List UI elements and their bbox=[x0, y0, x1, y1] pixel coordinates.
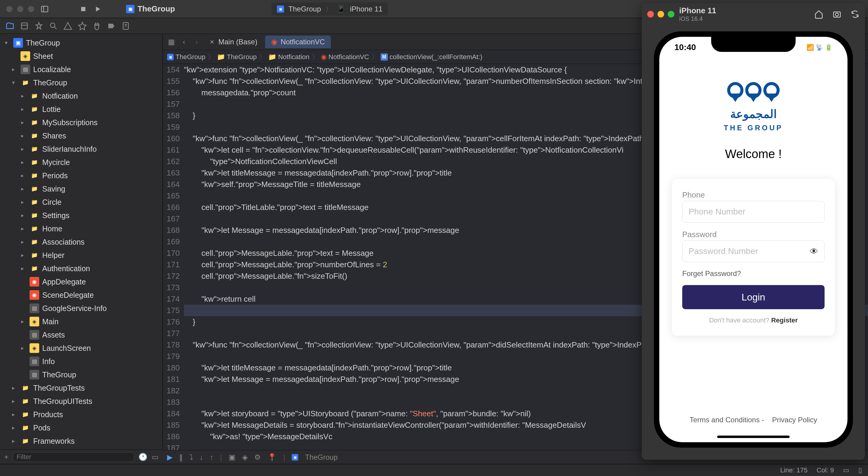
disclosure-icon[interactable]: ▸ bbox=[21, 318, 27, 325]
disclosure-icon[interactable]: ▸ bbox=[21, 212, 27, 219]
register-link[interactable]: Register bbox=[771, 317, 798, 324]
issue-navigator-icon[interactable] bbox=[63, 22, 72, 30]
project-navigator[interactable]: ▾ ▣ TheGroup ◈Sheet▸▤Localizable▾📁TheGro… bbox=[0, 34, 163, 464]
sidebar-toggle-icon[interactable] bbox=[40, 5, 49, 13]
disclosure-icon[interactable]: ▾ bbox=[5, 39, 10, 46]
disclosure-icon[interactable]: ▸ bbox=[12, 398, 18, 405]
disclosure-icon[interactable]: ▸ bbox=[21, 199, 27, 205]
disclosure-icon[interactable]: ▸ bbox=[21, 185, 27, 192]
sim-minimize-button[interactable] bbox=[657, 11, 664, 18]
disclosure-icon[interactable]: ▸ bbox=[21, 93, 27, 99]
password-input[interactable]: Password Number 👁 bbox=[682, 240, 825, 262]
tree-item[interactable]: ▸📁Settings bbox=[0, 209, 162, 222]
tree-item[interactable]: ▸◈LaunchScreen bbox=[0, 341, 162, 355]
tab-notficationvc[interactable]: ◉ NotficationVC bbox=[265, 36, 331, 48]
disclosure-icon[interactable]: ▸ bbox=[21, 265, 27, 272]
tree-item[interactable]: ▸📁Helper bbox=[0, 248, 162, 262]
crumb-folder2[interactable]: 📁 Notfication bbox=[268, 53, 309, 61]
disclosure-icon[interactable]: ▸ bbox=[21, 119, 27, 126]
disclosure-icon[interactable]: ▸ bbox=[12, 411, 18, 418]
tree-item[interactable]: ◈Sheet bbox=[0, 50, 162, 63]
disclosure-icon[interactable]: ▸ bbox=[21, 172, 27, 179]
step-into-icon[interactable]: ↓ bbox=[200, 453, 203, 462]
close-window-button[interactable] bbox=[6, 6, 13, 12]
disclosure-icon[interactable]: ▸ bbox=[12, 438, 18, 444]
scheme-selector[interactable]: ▣ TheGroup bbox=[126, 4, 175, 13]
login-button[interactable]: Login bbox=[682, 285, 825, 309]
privacy-link[interactable]: Privacy Policy bbox=[772, 416, 817, 424]
minimize-window-button[interactable] bbox=[17, 6, 24, 12]
test-navigator-icon[interactable] bbox=[78, 22, 87, 30]
tree-item[interactable]: ▸📁MySubscriptions bbox=[0, 116, 162, 129]
close-icon[interactable]: × bbox=[210, 38, 214, 46]
tree-item[interactable]: ▸📁Pods bbox=[0, 421, 162, 435]
tree-item[interactable]: ▸📁Circle bbox=[0, 196, 162, 209]
tree-item[interactable]: ▸📁TheGroupTests bbox=[0, 381, 162, 394]
sim-close-button[interactable] bbox=[647, 11, 654, 18]
environment-icon[interactable]: ⚙ bbox=[254, 453, 261, 462]
project-navigator-icon[interactable] bbox=[5, 22, 14, 30]
find-navigator-icon[interactable] bbox=[49, 22, 58, 30]
tree-item[interactable]: ▤Assets bbox=[0, 328, 162, 341]
tree-item[interactable]: ◉SceneDelegate bbox=[0, 288, 162, 302]
tree-item[interactable]: ▾📁TheGroup bbox=[0, 76, 162, 89]
nav-forward-icon[interactable]: › bbox=[191, 36, 202, 47]
toggle-bottom-icon[interactable]: ▭ bbox=[843, 466, 849, 474]
disclosure-icon[interactable]: ▸ bbox=[21, 146, 27, 152]
tree-item[interactable]: ▸📁TheGroupUITests bbox=[0, 394, 162, 408]
tree-item[interactable]: ▸📁Frameworks bbox=[0, 435, 162, 448]
disclosure-icon[interactable]: ▾ bbox=[12, 79, 18, 86]
disclosure-icon[interactable]: ▸ bbox=[12, 424, 18, 431]
tree-item[interactable]: ▸📁Mycircle bbox=[0, 156, 162, 169]
run-button[interactable] bbox=[93, 5, 102, 13]
crumb-project[interactable]: ▣TheGroup bbox=[167, 53, 206, 61]
terms-link[interactable]: Terms and Conditions - bbox=[690, 416, 764, 424]
tree-item[interactable]: ▸📁SliderIanuchInfo bbox=[0, 142, 162, 156]
disclosure-icon[interactable]: ▸ bbox=[21, 225, 27, 232]
tree-item[interactable]: ◉AppDelegate bbox=[0, 275, 162, 288]
debug-view-icon[interactable]: ▣ bbox=[228, 453, 236, 462]
crumb-file[interactable]: ◉ NotficationVC bbox=[321, 53, 369, 61]
zoom-window-button[interactable] bbox=[28, 6, 34, 12]
debug-navigator-icon[interactable] bbox=[92, 22, 101, 30]
tab-main[interactable]: × Main (Base) bbox=[204, 36, 263, 48]
tree-item[interactable]: ▸📁Authentication bbox=[0, 262, 162, 275]
phone-input[interactable]: Phone Number bbox=[682, 201, 825, 222]
rotate-icon[interactable] bbox=[850, 9, 860, 20]
disclosure-icon[interactable]: ▸ bbox=[21, 132, 27, 139]
tree-root[interactable]: ▾ ▣ TheGroup bbox=[0, 36, 162, 50]
disclosure-icon[interactable]: ▸ bbox=[21, 239, 27, 245]
run-destination[interactable]: ▣ TheGroup 〉 📱 iPhone 11 bbox=[272, 2, 388, 16]
toggle-right-icon[interactable]: ▯ bbox=[858, 466, 862, 474]
breakpoint-navigator-icon[interactable] bbox=[107, 22, 116, 30]
crumb-folder[interactable]: 📁 TheGroup bbox=[217, 53, 257, 61]
recent-filter-icon[interactable]: 🕐 bbox=[138, 453, 148, 461]
bookmark-navigator-icon[interactable] bbox=[34, 22, 43, 30]
tree-item[interactable]: ▸📁Associations bbox=[0, 235, 162, 248]
home-icon[interactable] bbox=[814, 9, 824, 20]
add-icon[interactable]: + bbox=[4, 453, 8, 461]
tree-item[interactable]: ▸📁Notfication bbox=[0, 89, 162, 102]
tree-item[interactable]: ▸▤Localizable bbox=[0, 63, 162, 76]
memory-graph-icon[interactable]: ◈ bbox=[242, 453, 248, 462]
tree-item[interactable]: ▸◈Main bbox=[0, 315, 162, 328]
disclosure-icon[interactable]: ▸ bbox=[21, 252, 27, 259]
pause-icon[interactable]: ‖ bbox=[179, 453, 183, 462]
tree-item[interactable]: ▸📁Saving bbox=[0, 182, 162, 196]
nav-back-icon[interactable]: ‹ bbox=[179, 36, 189, 47]
breakpoint-toggle-icon[interactable]: ▶ bbox=[167, 453, 173, 462]
stop-button[interactable] bbox=[79, 5, 88, 13]
disclosure-icon[interactable]: ▸ bbox=[21, 159, 27, 166]
related-items-icon[interactable]: ▦ bbox=[166, 36, 177, 47]
disclosure-icon[interactable]: ▸ bbox=[12, 385, 18, 391]
tree-item[interactable]: ▸📁Shares bbox=[0, 129, 162, 142]
forgot-password-link[interactable]: Forget Password? bbox=[682, 269, 825, 278]
home-indicator[interactable] bbox=[717, 436, 789, 438]
tree-item[interactable]: ▸📁Products bbox=[0, 408, 162, 421]
disclosure-icon[interactable]: ▸ bbox=[12, 66, 18, 73]
sim-zoom-button[interactable] bbox=[668, 11, 674, 18]
simulator-window[interactable]: iPhone 11 iOS 16.4 10:40 📶 📡 🔋 bbox=[642, 3, 865, 460]
iphone-screen[interactable]: 10:40 📶 📡 🔋 المجموعة THE GROUP Welcome !… bbox=[659, 37, 847, 442]
line-gutter[interactable]: 154 155 156 157 158 159 160 161 162 163 … bbox=[163, 64, 184, 450]
tree-item[interactable]: ▤TheGroup bbox=[0, 368, 162, 381]
